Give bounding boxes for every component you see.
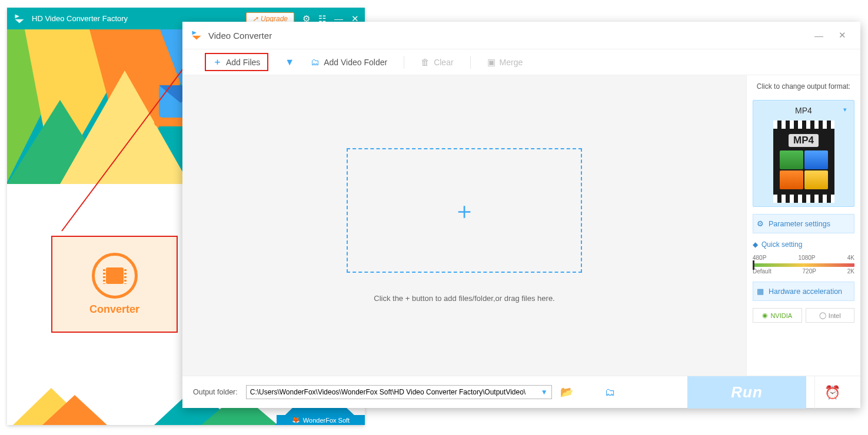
quick-setting-icon: ◆ (753, 240, 758, 249)
merge-label: Merge (500, 58, 523, 67)
output-format-hint: Click to change output format: (753, 82, 854, 91)
dropzone[interactable]: ＋ (347, 148, 582, 273)
nvidia-icon: ◉ (762, 312, 768, 319)
toolbar-divider (404, 56, 404, 69)
thumbnail-pics (780, 150, 828, 189)
add-folder-label: Add Video Folder (324, 58, 387, 67)
tick-4k: 4K (847, 255, 854, 261)
intel-label: Intel (829, 312, 841, 319)
intel-chip[interactable]: ◯ Intel (806, 308, 855, 323)
output-folder-label: Output folder: (193, 388, 238, 396)
quick-setting-slider[interactable] (753, 263, 854, 267)
tick-default: Default (753, 268, 771, 275)
window-close-icon[interactable]: ✕ (833, 28, 852, 43)
output-folder-input[interactable]: C:\Users\WonderFox\Videos\WonderFox Soft… (246, 385, 552, 399)
clear-label: Clear (434, 58, 453, 67)
chip-icon: ▦ (757, 287, 764, 296)
wonderfox-label: WonderFox Soft (303, 417, 350, 424)
folder-video-icon: 🗂 (311, 57, 320, 67)
parameter-settings-label: Parameter settings (769, 220, 830, 228)
nvidia-label: NVIDIA (770, 312, 792, 319)
add-files-button[interactable]: ＋ Add Files (205, 53, 268, 71)
quick-setting-ticks-top: 480P 1080P 4K (753, 255, 854, 261)
wonderfox-brand: 🦊 WonderFox Soft (277, 415, 365, 425)
merge-button[interactable]: ▣ Merge (487, 57, 523, 68)
tick-480p: 480P (753, 255, 766, 261)
output-format-tag: MP4 (789, 134, 819, 147)
plus-icon: ＋ (213, 56, 222, 68)
quick-setting-ticks-bottom: Default 720P 2K (753, 268, 854, 275)
converter-window: Video Converter — ✕ ＋ Add Files ▼ 🗂 Add … (182, 22, 860, 408)
alarm-icon[interactable]: ⏰ (814, 376, 850, 409)
clear-button[interactable]: 🗑 Clear (421, 57, 453, 67)
add-files-dropdown-icon[interactable]: ▼ (285, 57, 294, 68)
quick-setting-block: ◆ Quick setting 480P 1080P 4K Default 72… (753, 240, 854, 275)
hardware-acceleration-label: Hardware acceleration (769, 287, 842, 296)
gpu-row: ◉ NVIDIA ◯ Intel (753, 308, 854, 323)
tick-720p: 720P (803, 268, 816, 275)
tick-1080p: 1080P (799, 255, 816, 261)
hardware-acceleration-button[interactable]: ▦ Hardware acceleration (753, 282, 854, 301)
open-output-icon[interactable]: 🗂 (605, 386, 616, 399)
toolbar-divider (470, 56, 471, 69)
side-panel: Click to change output format: MP4 MP4 ⚙… (746, 75, 860, 376)
converter-label: Converter (89, 303, 139, 316)
sliders-icon: ⚙ (757, 219, 764, 228)
parameter-settings-button[interactable]: ⚙ Parameter settings (753, 214, 854, 233)
trash-icon: 🗑 (421, 57, 430, 67)
output-format-thumbnail: MP4 (773, 121, 834, 203)
merge-icon: ▣ (487, 57, 495, 68)
tick-2k: 2K (847, 268, 854, 275)
fox-icon: 🦊 (292, 416, 300, 424)
converter-titlebar: Video Converter — ✕ (182, 22, 860, 49)
workspace: ＋ Click the + button to add files/folder… (182, 75, 746, 376)
output-folder-path: C:\Users\WonderFox\Videos\WonderFox Soft… (250, 388, 526, 396)
intel-icon: ◯ (819, 312, 826, 319)
open-folder-icon[interactable]: 📂 (560, 386, 573, 399)
add-files-label: Add Files (226, 58, 260, 67)
footer: Output folder: C:\Users\WonderFox\Videos… (182, 376, 860, 408)
quick-setting-label: ◆ Quick setting (753, 240, 854, 249)
dropzone-hint: Click the + button to add files/folder,o… (374, 294, 554, 303)
output-format-name: MP4 (757, 104, 850, 117)
converter-tile[interactable]: Converter (51, 236, 178, 333)
dropzone-plus-icon: ＋ (453, 195, 476, 227)
chevron-down-icon[interactable]: ▼ (541, 388, 548, 396)
converter-title: Video Converter (208, 31, 272, 41)
app-logo-icon (13, 12, 26, 25)
run-label: Run (731, 383, 763, 401)
quick-setting-text: Quick setting (761, 240, 802, 249)
converter-logo-icon (191, 29, 202, 41)
converter-icon (92, 253, 138, 299)
slider-thumb[interactable] (753, 260, 754, 270)
run-button[interactable]: Run (687, 376, 806, 409)
toolbar: ＋ Add Files ▼ 🗂 Add Video Folder 🗑 Clear… (182, 49, 860, 75)
nvidia-chip[interactable]: ◉ NVIDIA (753, 308, 802, 323)
output-format-card[interactable]: MP4 MP4 (753, 100, 854, 207)
add-folder-button[interactable]: 🗂 Add Video Folder (311, 57, 387, 67)
launcher-title: HD Video Converter Factory (32, 14, 128, 23)
window-minimize-icon[interactable]: — (809, 28, 829, 43)
